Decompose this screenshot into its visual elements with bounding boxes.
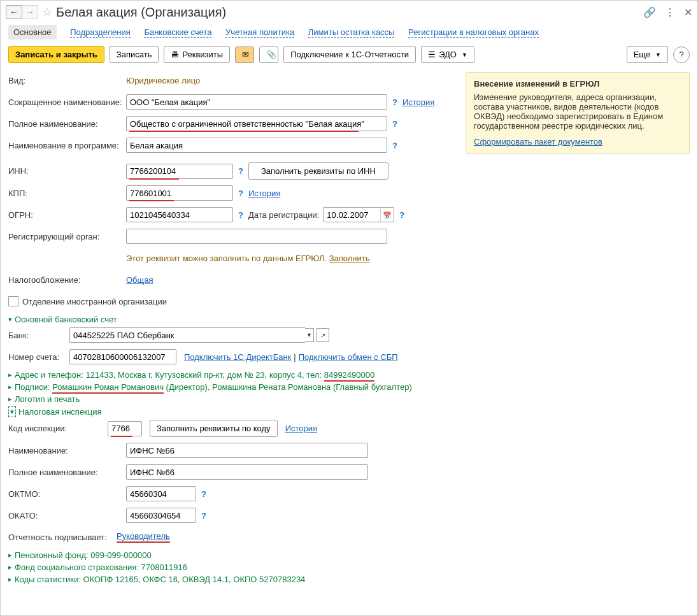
help-icon[interactable]: ? [201, 489, 206, 499]
ifull-input[interactable] [126, 464, 368, 480]
connect-1c-button[interactable]: Подключение к 1С-Отчетности [283, 46, 416, 63]
link-icon[interactable]: 🔗 [643, 6, 656, 18]
foreign-checkbox[interactable] [8, 296, 18, 306]
signer-link[interactable]: Руководитель [117, 531, 170, 543]
ogrn-input[interactable] [126, 207, 233, 222]
okato-label: ОКАТО: [8, 511, 126, 520]
iname-input[interactable] [126, 443, 368, 458]
chevron-down-icon: ▾ [8, 406, 16, 417]
chevron-right-icon: ▸ [8, 575, 12, 584]
full-name-input[interactable] [126, 116, 387, 131]
mail-button[interactable]: ✉ [235, 47, 254, 63]
logo-section[interactable]: ▸Логотип и печать [8, 394, 458, 404]
fss-section[interactable]: ▸Фонд социального страхования: 770801191… [8, 562, 458, 572]
history-link[interactable]: История [285, 424, 317, 433]
inn-input[interactable] [126, 164, 233, 179]
chevron-right-icon: ▸ [8, 383, 12, 391]
help-icon[interactable]: ? [238, 166, 243, 176]
accnum-label: Номер счета: [8, 352, 69, 362]
ifull-label: Полное наименование: [8, 468, 126, 477]
prog-name-label: Наименование в программе: [8, 141, 126, 150]
page-title: Белая акация (Организация) [56, 5, 643, 20]
tax-inspection-section[interactable]: ▾Налоговая инспекция [8, 406, 458, 417]
signatures-section[interactable]: ▸Подписи: Ромашкин Роман Романович (Дире… [8, 382, 458, 392]
history-link[interactable]: История [248, 189, 280, 198]
back-button[interactable]: ← [6, 5, 22, 19]
code-label: Код инспекции: [8, 424, 108, 433]
taxation-link[interactable]: Общая [126, 275, 153, 285]
prog-name-input[interactable] [126, 138, 387, 153]
help-icon[interactable]: ? [201, 511, 206, 520]
save-close-button[interactable]: Записать и закрыть [8, 46, 104, 63]
help-icon[interactable]: ? [238, 210, 243, 220]
ogrn-label: ОГРН: [8, 210, 126, 220]
help-icon[interactable]: ? [392, 141, 397, 150]
attach-button[interactable]: 📎 [259, 47, 278, 63]
regorg-hint: Этот реквизит можно заполнить по данным … [126, 254, 370, 263]
short-name-input[interactable] [126, 94, 387, 110]
fill-by-inn-button[interactable]: Заполнить реквизиты по ИНН [248, 162, 388, 180]
bank-label: Банк: [8, 331, 69, 340]
egrul-infobox: Внесение изменений в ЕГРЮЛ Изменение рук… [466, 72, 690, 154]
favorite-icon[interactable]: ☆ [42, 5, 52, 19]
calendar-icon[interactable]: 📅 [380, 208, 393, 222]
signer-label: Отчетность подписывает: [8, 533, 117, 542]
chevron-down-icon: ▾ [8, 315, 12, 324]
taxation-label: Налогообложение: [8, 275, 126, 285]
foreign-label: Отделение иностранной организации [22, 297, 167, 306]
okato-input[interactable] [126, 508, 196, 523]
iname-label: Наименование: [8, 446, 126, 455]
statistics-codes-section[interactable]: ▸Коды статистики: ОКОПФ 12165, ОКФС 16, … [8, 575, 458, 584]
fill-link[interactable]: Заполнить [329, 254, 370, 263]
help-button[interactable]: ? [673, 47, 690, 63]
oktmo-input[interactable] [126, 486, 196, 501]
chevron-right-icon: ▸ [8, 395, 12, 403]
code-input[interactable] [108, 421, 142, 436]
help-icon[interactable]: ? [392, 119, 397, 129]
bank-dropdown[interactable]: ▼ [305, 328, 314, 342]
regorg-label: Регистрирующий орган: [8, 232, 126, 241]
short-name-label: Сокращенное наименование: [8, 97, 126, 107]
tab-cash-limits[interactable]: Лимиты остатка кассы [308, 27, 395, 38]
chevron-right-icon: ▸ [8, 563, 12, 571]
tab-accounting-policy[interactable]: Учетная политика [225, 27, 294, 38]
kpp-label: КПП: [8, 189, 126, 198]
address-section[interactable]: ▸Адрес и телефон: 121433, Москва г, Куту… [8, 370, 458, 380]
tab-main[interactable]: Основное [8, 25, 57, 39]
help-icon[interactable]: ? [399, 210, 404, 220]
kind-value: Юридическое лицо [126, 76, 200, 85]
full-name-label: Полное наименование: [8, 119, 126, 129]
close-icon[interactable]: ✕ [684, 6, 692, 18]
bank-account-section[interactable]: ▾Основной банковский счет [8, 315, 458, 324]
help-icon[interactable]: ? [238, 189, 243, 198]
kpp-input[interactable] [126, 185, 233, 201]
chevron-right-icon: ▸ [8, 551, 12, 559]
chevron-down-icon: ▼ [655, 52, 661, 58]
kebab-icon[interactable]: ⋮ [665, 6, 675, 18]
pension-fund-section[interactable]: ▸Пенсионный фонд: 099-099-000000 [8, 550, 458, 560]
infobox-title: Внесение изменений в ЕГРЮЛ [474, 79, 681, 89]
forward-button[interactable]: → [22, 5, 38, 19]
regorg-input[interactable] [126, 229, 387, 244]
regdate-label: Дата регистрации: [248, 210, 319, 220]
save-button[interactable]: Записать [110, 46, 159, 63]
inn-label: ИНН: [8, 166, 126, 176]
edo-button[interactable]: ☰ЭДО▼ [421, 46, 474, 63]
tab-tax-registration[interactable]: Регистрации в налоговых органах [408, 27, 539, 38]
chevron-down-icon: ▼ [462, 52, 467, 58]
sbp-link[interactable]: Подключить обмен с СБП [299, 352, 398, 362]
accnum-input[interactable] [69, 349, 176, 364]
more-button[interactable]: Еще▼ [627, 46, 668, 63]
kind-label: Вид: [8, 76, 126, 85]
help-icon[interactable]: ? [392, 97, 397, 107]
oktmo-label: ОКТМО: [8, 489, 126, 499]
requisites-button[interactable]: 🖶Реквизиты [164, 46, 230, 63]
bank-open[interactable]: ↗ [317, 328, 329, 342]
tab-subdivisions[interactable]: Подразделения [70, 27, 131, 38]
directbank-link[interactable]: Подключить 1С:ДиректБанк [184, 352, 291, 362]
history-link[interactable]: История [402, 97, 434, 107]
form-documents-link[interactable]: Сформировать пакет документов [474, 137, 602, 147]
bank-input[interactable] [69, 327, 305, 343]
fill-by-code-button[interactable]: Заполнить реквизиты по коду [150, 420, 278, 437]
tab-bank-accounts[interactable]: Банковские счета [144, 27, 211, 38]
